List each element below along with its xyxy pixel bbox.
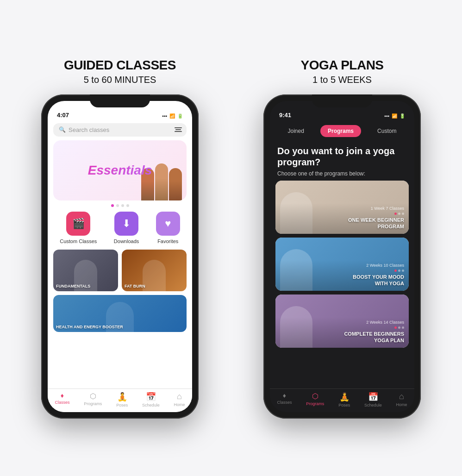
right-programs-label: Programs [306,401,324,406]
right-nav-programs[interactable]: ⬡ Programs [306,392,324,407]
schedule-icon: 📅 [146,392,156,402]
fundamentals-card[interactable]: FUNDAMENTALS [53,250,118,291]
prog-dot-7 [394,326,397,329]
mood-title: BOOST YOUR MOODWITH YOGA [280,274,404,287]
right-home-label: Home [396,402,407,407]
favorites-icon: ♥ [156,212,180,236]
right-classes-icon: ♦ [283,392,286,399]
essentials-text: Essentials [88,163,152,178]
home-icon: ⌂ [177,392,182,401]
programs-nav-label: Programs [84,401,102,406]
hero-banner: Essentials [53,140,187,200]
prog-dot-2 [398,213,400,215]
right-status-time: 9:41 [279,112,291,119]
left-panel-title: GUIDED CLASSES [64,58,176,73]
person-3 [169,168,182,200]
person-2 [155,163,168,200]
complete-dots [280,326,404,329]
right-poses-label: Poses [338,403,350,407]
right-panel-title: YOGA PLANS [300,58,383,73]
beginner-title: ONE WEEK BEGINNERPROGRAM [280,217,404,230]
right-nav-schedule[interactable]: 📅 Schedule [364,392,382,407]
complete-card[interactable]: 2 Weeks 14 Classes COMPLETE BEGINNERSYOG… [275,294,409,348]
dot-1 [111,204,114,207]
right-phone-frame: 9:41 ▪▪▪ 📶 🔋 Joined Programs Custom Do y… [263,94,421,419]
carousel-dots [48,204,192,207]
nav-poses[interactable]: 🧘 Poses [116,392,128,407]
custom-classes-action[interactable]: 🎬 Custom Classes [60,212,97,244]
search-placeholder: Search classes [69,126,109,133]
complete-title: COMPLETE BEGINNERSYOGA PLAN [280,331,404,344]
program-intro-body: Choose one of the programs below: [277,170,407,177]
wifi-icon: 📶 [169,113,175,119]
prog-dot-3 [402,213,404,215]
custom-classes-label: Custom Classes [60,238,97,244]
right-schedule-icon: 📅 [368,392,378,402]
favorites-action[interactable]: ♥ Favorites [156,212,180,244]
favorites-label: Favorites [157,238,178,244]
status-time: 4:07 [57,112,69,119]
class-cards-grid: FUNDAMENTALS FAT BURN [48,250,192,291]
joined-tab[interactable]: Joined [281,125,312,137]
left-phone-screen: 4:07 ▪▪▪ 📶 🔋 🔍 Search classes Essentials [48,101,192,412]
right-home-icon: ⌂ [399,392,404,401]
beginner-card[interactable]: 1 Week 7 Classes ONE WEEK BEGINNERPROGRA… [275,181,409,234]
right-nav-poses[interactable]: 🧘 Poses [338,392,350,407]
classes-nav-label: Classes [55,400,69,405]
poses-icon: 🧘 [117,392,127,402]
filter-button[interactable] [175,127,182,132]
search-icon: 🔍 [59,126,66,133]
search-bar[interactable]: 🔍 Search classes [53,123,187,137]
nav-home[interactable]: ⌂ Home [174,392,185,407]
signal-icon: ▪▪▪ [162,113,167,119]
fatburn-card[interactable]: FAT BURN [122,250,187,291]
downloads-label: Downloads [114,238,139,244]
battery-icon: 🔋 [177,113,183,119]
classes-icon: ♦ [61,392,64,399]
right-battery-icon: 🔋 [400,113,405,119]
prog-dot-9 [402,326,404,329]
right-panel: YOGA PLANS 1 to 5 WEEKS 9:41 ▪▪▪ 📶 🔋 Joi… [236,58,449,419]
bottom-nav-right: ♦ Classes ⬡ Programs 🧘 Poses 📅 Schedule … [270,388,414,412]
health-card[interactable]: HEALTH AND ENERGY BOOSTER [53,295,187,332]
left-panel-subtitle: 5 to 60 MINUTES [84,75,156,85]
program-cards: 1 Week 7 Classes ONE WEEK BEGINNERPROGRA… [270,181,414,388]
complete-meta: 2 Weeks 14 Classes [280,320,404,325]
fundamentals-label: FUNDAMENTALS [53,284,93,291]
poses-nav-label: Poses [116,403,128,407]
dot-2 [116,204,119,207]
right-status-icons: ▪▪▪ 📶 🔋 [384,113,405,119]
nav-programs[interactable]: ⬡ Programs [84,392,102,407]
left-phone-frame: 4:07 ▪▪▪ 📶 🔋 🔍 Search classes Essentials [41,94,199,419]
right-nav-classes[interactable]: ♦ Classes [277,392,292,407]
mood-card[interactable]: 2 Weeks 10 Classes BOOST YOUR MOODWITH Y… [275,238,409,291]
prog-dot-6 [402,269,404,272]
program-intro: Do you want to join a yoga program? Choo… [270,141,414,181]
segment-control: Joined Programs Custom [270,121,414,141]
right-poses-icon: 🧘 [339,392,350,402]
downloads-icon: ⬇ [114,212,138,236]
nav-classes[interactable]: ♦ Classes [55,392,69,407]
beginner-dots [280,213,404,215]
nav-schedule[interactable]: 📅 Schedule [142,392,160,407]
prog-dot-5 [398,269,400,272]
fatburn-label: FAT BURN [122,284,148,291]
programs-tab[interactable]: Programs [320,125,361,137]
mood-dots [280,269,404,272]
mood-meta: 2 Weeks 10 Classes [280,263,404,268]
right-programs-icon: ⬡ [312,392,318,401]
right-panel-subtitle: 1 to 5 WEEKS [312,75,372,85]
custom-classes-icon: 🎬 [66,212,90,236]
right-nav-home[interactable]: ⌂ Home [396,392,407,407]
home-nav-label: Home [174,402,185,407]
bottom-nav-left: ♦ Classes ⬡ Programs 🧘 Poses 📅 Schedule … [48,388,192,412]
right-classes-label: Classes [277,400,292,405]
notch [90,94,150,107]
downloads-action[interactable]: ⬇ Downloads [114,212,139,244]
dot-3 [121,204,124,207]
notch-right [312,94,372,107]
right-signal-icon: ▪▪▪ [384,113,389,119]
custom-tab[interactable]: Custom [370,125,404,137]
program-intro-heading: Do you want to join a yoga program? [277,145,407,168]
left-panel: GUIDED CLASSES 5 to 60 MINUTES 4:07 ▪▪▪ … [13,58,226,419]
